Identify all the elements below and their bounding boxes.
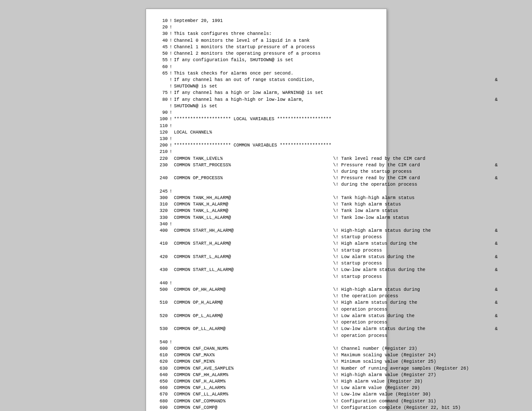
line-bang (168, 346, 173, 352)
line-bang (168, 274, 173, 280)
line-continuation (494, 339, 498, 346)
line-code (173, 149, 332, 155)
line-code (173, 339, 332, 346)
line-continuation (494, 280, 498, 286)
line-continuation (494, 24, 498, 31)
line-continuation (494, 208, 498, 214)
line-bang: ! (168, 339, 173, 346)
line-comment: \! Tank level read by the CIM card (332, 156, 494, 162)
line-bang (168, 254, 173, 260)
table-row: 660COMMON CNF_L_ALARM%\! Low alarm value… (159, 385, 499, 391)
table-row: 500COMMON OP_HH_ALARM@\! High-high alarm… (159, 286, 499, 293)
line-number: 130 (159, 136, 169, 142)
table-row: 340! (159, 221, 499, 227)
line-code: COMMON START_H_ALARM@ (173, 240, 332, 247)
line-number: 230 (159, 162, 169, 168)
line-number: 340 (159, 221, 169, 227)
line-continuation (494, 116, 498, 122)
line-number: 30 (159, 31, 169, 37)
line-continuation: & (494, 286, 498, 293)
table-row: 100!********************* LOCAL VARIABLE… (159, 116, 499, 122)
line-comment: \! High alarm status during the (332, 240, 494, 247)
table-row: 650COMMON CNF_H_ALARM%\! High alarm valu… (159, 378, 499, 385)
line-bang (168, 385, 173, 391)
line-comment: \! operation process (332, 306, 494, 313)
line-comment (332, 57, 494, 63)
line-number: 420 (159, 254, 169, 260)
line-comment: \! Pressure read by the CIM card (332, 162, 494, 168)
table-row: 90! (159, 109, 499, 116)
line-comment (332, 280, 494, 286)
line-bang: ! (168, 142, 173, 149)
line-code: Channel 0 monitors the level of a liquid… (173, 37, 332, 44)
line-code: If any channel has an out of range statu… (173, 77, 332, 83)
line-comment (332, 77, 494, 83)
line-code (173, 280, 332, 286)
line-number (159, 333, 169, 339)
line-number: 510 (159, 299, 169, 306)
line-continuation (494, 346, 498, 352)
line-comment (332, 188, 494, 195)
line-number (159, 103, 169, 109)
line-continuation (494, 398, 498, 405)
line-number: 75 (159, 90, 169, 96)
line-code (173, 109, 332, 116)
line-continuation (494, 352, 498, 358)
line-continuation (494, 221, 498, 227)
line-number: 10 (159, 18, 169, 24)
line-number: 50 (159, 50, 169, 57)
line-bang (168, 326, 173, 332)
line-continuation: & (494, 77, 498, 83)
line-bang: ! (168, 64, 173, 70)
line-bang: ! (168, 123, 173, 129)
line-bang: ! (168, 50, 173, 57)
line-comment: \! Channel number (Register 23) (332, 346, 494, 352)
line-code (173, 293, 332, 299)
line-comment: \! Tank low-low alarm status (332, 215, 494, 221)
table-row: 680COMMON CNF_COMMAND%\! Configuration c… (159, 398, 499, 405)
line-number: 200 (159, 142, 169, 149)
line-comment: \! startup process (332, 274, 494, 280)
table-row: ! If any channel has an out of range sta… (159, 77, 499, 83)
table-row: 300COMMON TANK_HH_ALARM@\! Tank high-hig… (159, 195, 499, 201)
line-number: 600 (159, 346, 169, 352)
line-code: COMMON CNF_AVE_SAMPLE% (173, 365, 332, 372)
table-row: 530COMMON OP_LL_ALARM@\! Low-low alarm s… (159, 326, 499, 332)
line-continuation (494, 201, 498, 208)
line-comment: \! Low-low alarm status during the (332, 326, 494, 332)
line-number (159, 306, 169, 313)
line-bang (168, 247, 173, 254)
line-continuation (494, 156, 498, 162)
table-row: 600COMMON CNF_CHAN_NUM%\! Channel number… (159, 346, 499, 352)
line-bang: ! (168, 44, 173, 50)
line-code: COMMON START_LL_ALARM@ (173, 267, 332, 273)
table-row: \! startup process (159, 247, 499, 254)
line-continuation (494, 44, 498, 50)
line-code: ********************* LOCAL VARIABLES **… (173, 116, 332, 122)
line-code (173, 221, 332, 227)
line-code: COMMON CNF_MAX% (173, 352, 332, 358)
table-row: 510COMMON OP_H_ALARM@\! High alarm statu… (159, 299, 499, 306)
line-number: 110 (159, 123, 169, 129)
line-comment: \! startup process (332, 260, 494, 267)
table-row: 400COMMON START_HH_ALARM@\! High-high al… (159, 227, 499, 234)
line-code: LOCAL CHANNEL% (173, 129, 332, 136)
table-row: 640COMMON CNF_HH_ALARM%\! High-high alar… (159, 372, 499, 378)
line-code: COMMON OP_LL_ALARM@ (173, 326, 332, 332)
line-comment: \! High alarm status during the (332, 299, 494, 306)
table-row: 240COMMON OP_PROCESS%\! Pressure read by… (159, 175, 499, 181)
line-continuation (494, 129, 498, 136)
table-row: 610COMMON CNF_MAX%\! Maximum scaling val… (159, 352, 499, 358)
line-number: 540 (159, 339, 169, 346)
line-number: 610 (159, 352, 169, 358)
line-continuation: & (494, 254, 498, 260)
line-comment: \! Pressure read by the CIM card (332, 175, 494, 181)
line-comment: \! Configuration command (Register 31) (332, 398, 494, 405)
line-bang: ! (168, 90, 173, 96)
line-comment (332, 44, 494, 50)
line-continuation: & (494, 227, 498, 234)
line-comment: \! during the startup process (332, 168, 494, 175)
line-number: 660 (159, 385, 169, 391)
line-code: If any channel has a high-high or low-lo… (173, 97, 332, 103)
line-comment: \! High alarm value (Register 28) (332, 378, 494, 385)
